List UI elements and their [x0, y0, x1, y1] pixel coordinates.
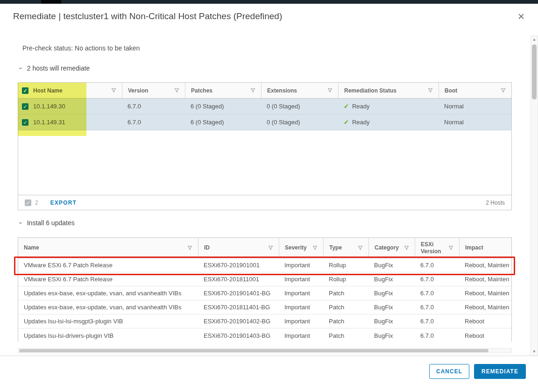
cell-esxi-version: 6.7.0: [415, 300, 459, 314]
vertical-scrollbar[interactable]: ▲ ▼: [531, 36, 538, 356]
column-label: Version: [128, 87, 148, 94]
filter-icon[interactable]: [448, 245, 453, 250]
column-header-version: Version: [122, 83, 185, 98]
chevron-down-icon[interactable]: ⌄: [18, 220, 23, 223]
update-row-2[interactable]: VMware ESXi 6.7 Patch Release ESXi670-20…: [18, 272, 511, 286]
horizontal-scrollbar-thumb[interactable]: [19, 349, 488, 352]
column-header-remediation-status: Remediation Status: [338, 83, 439, 98]
export-link[interactable]: EXPORT: [50, 200, 77, 206]
update-row-1[interactable]: VMware ESXi 6.7 Patch Release ESXi670-20…: [18, 258, 511, 272]
filter-icon[interactable]: [268, 245, 273, 250]
updates-table-header: Name ID Severity Type Category ESXi Vers…: [18, 238, 511, 258]
row-checkbox[interactable]: ✓: [22, 119, 28, 126]
cancel-button[interactable]: CANCEL: [429, 364, 469, 379]
cell-category: BugFix: [368, 272, 415, 286]
chevron-down-icon[interactable]: ⌄: [18, 65, 23, 69]
filter-icon[interactable]: [358, 245, 363, 250]
cell-extensions: 0 (0 Staged): [261, 114, 338, 130]
cell-type: Patch: [323, 314, 368, 328]
cell-name: Updates lsu-lsi-lsi-msgpt3-plugin VIB: [18, 314, 198, 328]
filter-icon[interactable]: [501, 88, 506, 93]
cell-impact: Reboot: [459, 328, 511, 342]
updates-table: Name ID Severity Type Category ESXi Vers…: [18, 237, 512, 342]
filter-icon[interactable]: [428, 88, 433, 93]
cell-category: BugFix: [368, 300, 415, 314]
update-row-6[interactable]: Updates lsu-lsi-drivers-plugin VIB ESXi6…: [18, 328, 511, 342]
check-icon: ✓: [23, 88, 27, 93]
background-app-bar-segment: [41, 0, 61, 4]
remediate-dialog: Remediate | testcluster1 with Non-Critic…: [0, 0, 538, 392]
column-header-category: Category: [368, 238, 415, 258]
column-header-id: ID: [198, 238, 279, 258]
cell-esxi-version: 6.7.0: [415, 314, 459, 328]
close-icon[interactable]: ✕: [517, 12, 525, 21]
check-icon: ✓: [23, 104, 27, 109]
cell-type: Patch: [323, 300, 368, 314]
cell-esxi-version: 6.7.0: [415, 272, 459, 286]
cell-id: ESXi670-201901402-BG: [198, 314, 279, 328]
hosts-table: ✓ Host Name Version Patches Extensions R…: [18, 82, 512, 210]
cell-host-name: 10.1.149.30: [31, 99, 122, 114]
cell-name: VMware ESXi 6.7 Patch Release: [18, 272, 198, 286]
filter-icon[interactable]: [174, 88, 179, 93]
cell-name: VMware ESXi 6.7 Patch Release: [18, 258, 198, 272]
filter-icon[interactable]: [404, 245, 409, 250]
column-label: Host Name: [33, 87, 63, 94]
column-header-type: Type: [323, 238, 368, 258]
updates-section-header: ⌄ Install 6 updates: [18, 219, 75, 227]
cell-type: Rollup: [323, 272, 368, 286]
cell-category: BugFix: [368, 328, 415, 342]
host-row-2[interactable]: ✓ 10.1.149.31 6.7.0 6 (0 Staged) 0 (0 St…: [18, 114, 511, 130]
cell-version: 6.7.0: [122, 99, 185, 114]
update-row-5[interactable]: Updates lsu-lsi-lsi-msgpt3-plugin VIB ES…: [18, 314, 511, 328]
column-header-severity: Severity: [279, 238, 323, 258]
filter-icon[interactable]: [312, 245, 318, 250]
cell-category: BugFix: [368, 258, 415, 272]
cell-esxi-version: 6.7.0: [415, 258, 459, 272]
cell-type: Rollup: [323, 258, 368, 272]
column-label: Boot: [445, 87, 457, 94]
footer-selection-checkbox[interactable]: ✓: [25, 200, 31, 206]
background-app-bar: [0, 0, 538, 4]
filter-icon[interactable]: [327, 88, 333, 93]
column-label: Name: [24, 244, 39, 251]
row-select-cell: ✓: [18, 99, 31, 114]
filter-icon[interactable]: [250, 88, 255, 93]
column-label: Remediation Status: [344, 87, 396, 94]
precheck-status-text: Pre-check status: No actions to be taken: [22, 44, 140, 52]
hosts-section-header: ⌄ 2 hosts will remediate: [18, 64, 90, 72]
cell-host-name: 10.1.149.31: [31, 114, 122, 130]
cell-type: Patch: [323, 286, 368, 300]
cell-boot: Normal: [439, 114, 511, 130]
filter-icon[interactable]: [111, 88, 116, 93]
scroll-up-arrow-icon[interactable]: ▲: [531, 36, 538, 43]
row-checkbox[interactable]: ✓: [22, 103, 28, 110]
cell-id: ESXi670-201901001: [198, 258, 279, 272]
column-label: Severity: [285, 244, 307, 251]
column-header-extensions: Extensions: [261, 83, 338, 98]
cell-remediation-status: ✓ Ready: [338, 114, 439, 130]
cell-name: Updates esx-base, esx-update, vsan, and …: [18, 300, 198, 314]
remediate-button[interactable]: REMEDIATE: [474, 364, 526, 379]
cell-severity: Important: [279, 300, 323, 314]
cell-severity: Important: [279, 328, 323, 342]
cell-severity: Important: [279, 286, 323, 300]
filter-icon[interactable]: [187, 245, 192, 250]
cell-id: ESXi670-201901401-BG: [198, 286, 279, 300]
host-row-1[interactable]: ✓ 10.1.149.30 6.7.0 6 (0 Staged) 0 (0 St…: [18, 99, 511, 114]
cell-impact: Reboot, Mainten: [459, 272, 511, 286]
update-row-3[interactable]: Updates esx-base, esx-update, vsan, and …: [18, 286, 511, 300]
cell-boot: Normal: [439, 99, 511, 114]
footer-divider: [0, 356, 538, 356]
horizontal-scrollbar[interactable]: [18, 348, 512, 353]
select-all-checkbox[interactable]: ✓: [22, 87, 28, 94]
cell-severity: Important: [279, 258, 323, 272]
hosts-section-title: 2 hosts will remediate: [27, 64, 90, 72]
cell-version: 6.7.0: [122, 114, 185, 130]
vertical-scrollbar-thumb[interactable]: [532, 44, 537, 100]
column-label: ID: [204, 244, 210, 251]
scroll-down-arrow-icon[interactable]: ▼: [531, 348, 538, 356]
cell-impact: Reboot, Mainten: [459, 300, 511, 314]
update-row-4[interactable]: Updates esx-base, esx-update, vsan, and …: [18, 300, 511, 314]
cell-impact: Reboot: [459, 314, 511, 328]
